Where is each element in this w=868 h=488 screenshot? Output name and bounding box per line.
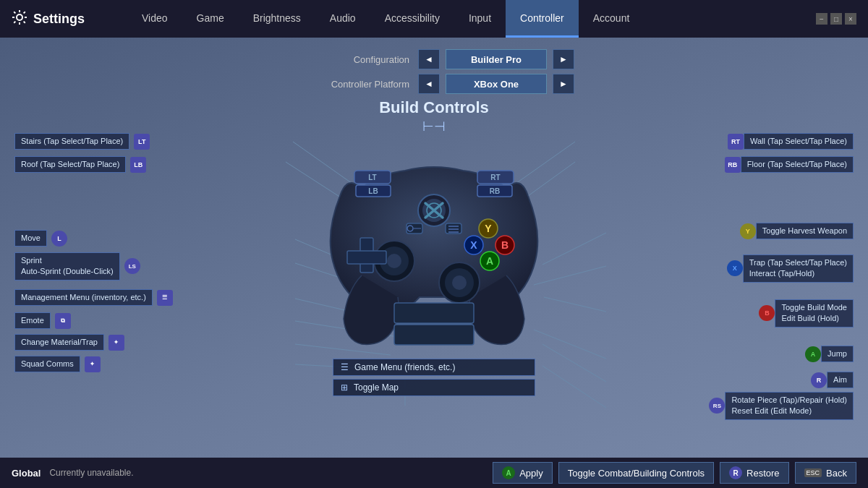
configuration-value: Builder Pro	[446, 49, 547, 69]
toggle-combat-label: Toggle Combat/Building Controls	[568, 468, 705, 479]
toggle-combat-button[interactable]: Toggle Combat/Building Controls	[558, 462, 714, 484]
nav-tabs: Video Game Brightness Audio Accessibilit…	[127, 0, 816, 38]
restore-badge-r: R	[729, 466, 742, 479]
label-rotate: RS Rotate Piece (Tap)/Repair (Hold)Reset…	[705, 392, 854, 420]
buildmode-label: Toggle Build ModeEdit Build (Hold)	[775, 299, 854, 328]
platform-row: Controller Platform ◄ XBox One ►	[14, 74, 854, 94]
minimize-button[interactable]: −	[816, 13, 827, 25]
tab-controller[interactable]: Controller	[506, 0, 579, 38]
svg-text:Y: Y	[485, 223, 492, 234]
game-menu-label: ☰ Game Menu (friends, etc.)	[333, 359, 535, 376]
harvest-label: Toggle Harvest Weapon	[756, 223, 854, 239]
emote-label: Emote	[14, 312, 51, 329]
maximize-button[interactable]: □	[830, 13, 842, 25]
svg-text:A: A	[486, 255, 493, 267]
aim-badge: R	[811, 372, 827, 388]
label-squad: Squad Comms ✦	[14, 356, 101, 372]
toggle-map-icon: ⊞	[341, 382, 348, 393]
header: Settings Video Game Brightness Audio Acc…	[0, 0, 868, 38]
stairs-label: Stairs (Tap Select/Tap Place)	[14, 133, 129, 150]
wall-badge: RT	[728, 134, 744, 150]
label-trap: X Trap (Tap Select/Tap Place)Interact (T…	[723, 254, 854, 283]
build-controls-title: Build Controls ⊢⊣	[379, 98, 489, 134]
label-floor: RB Floor (Tap Select/Tap Place)	[720, 156, 854, 173]
label-aim: R Aim	[807, 372, 854, 388]
footer-buttons: A Apply Toggle Combat/Building Controls …	[493, 462, 856, 484]
trap-label: Trap (Tap Select/Tap Place)Interact (Tap…	[743, 254, 854, 283]
trap-badge: X	[727, 260, 743, 276]
svg-text:RB: RB	[490, 187, 500, 195]
svg-text:LB: LB	[368, 187, 378, 195]
bottom-labels: ☰ Game Menu (friends, etc.) ⊞ Toggle Map	[333, 359, 535, 396]
label-roof: Roof (Tap Select/Tap Place) LB	[14, 156, 146, 173]
harvest-badge: Y	[740, 223, 756, 239]
svg-point-0	[17, 14, 22, 20]
move-badge: L	[51, 231, 67, 247]
controller-image: LT LB RT RB	[304, 131, 564, 348]
app-title: Settings	[12, 9, 98, 29]
label-move: Move L	[14, 230, 67, 247]
emote-badge: ⧉	[55, 313, 71, 329]
buildmode-badge: B	[759, 305, 775, 321]
mgmt-badge: ☰	[157, 290, 173, 306]
squad-label: Squad Comms	[14, 356, 80, 372]
svg-rect-54	[394, 325, 474, 345]
svg-point-35	[452, 275, 467, 290]
footer: Global Currently unavailable. A Apply To…	[0, 458, 868, 488]
move-label: Move	[14, 230, 47, 247]
sprint-badge: LS	[124, 258, 140, 274]
tab-input[interactable]: Input	[454, 0, 506, 38]
tab-brightness[interactable]: Brightness	[239, 0, 315, 38]
jump-badge: A	[805, 346, 821, 362]
platform-next-button[interactable]: ►	[553, 74, 574, 94]
stairs-badge: LT	[134, 134, 150, 150]
configuration-row: Configuration ◄ Builder Pro ►	[14, 49, 854, 69]
platform-value: XBox One	[446, 74, 547, 94]
platform-label: Controller Platform	[294, 79, 409, 90]
jump-label: Jump	[821, 346, 854, 362]
svg-text:B: B	[501, 239, 509, 251]
label-jump: A Jump	[801, 346, 854, 362]
roof-label: Roof (Tap Select/Tap Place)	[14, 156, 126, 173]
back-label: Back	[826, 468, 847, 479]
game-menu-icon: ☰	[341, 362, 349, 372]
apply-badge-a: A	[502, 466, 515, 479]
window-controls: − □ ×	[816, 13, 856, 25]
gear-icon	[12, 9, 27, 29]
svg-rect-53	[394, 303, 474, 323]
back-badge-esc: ESC	[804, 468, 822, 477]
svg-text:X: X	[470, 239, 477, 251]
svg-line-17	[542, 344, 606, 382]
toggle-map-label: ⊞ Toggle Map	[333, 379, 535, 396]
mgmt-label: Management Menu (inventory, etc.)	[14, 289, 153, 306]
squad-badge: ✦	[85, 356, 101, 372]
label-material: Change Material/Trap ✦	[14, 334, 124, 351]
apply-button[interactable]: A Apply	[493, 462, 553, 484]
label-buildmode: B Toggle Build ModeEdit Build (Hold)	[754, 299, 854, 328]
tab-account[interactable]: Account	[579, 0, 644, 38]
aim-label: Aim	[827, 372, 854, 388]
rotate-label: Rotate Piece (Tap)/Repair (Hold)Reset Ed…	[725, 392, 854, 420]
platform-prev-button[interactable]: ◄	[418, 74, 440, 94]
roof-badge: LB	[130, 157, 146, 173]
tab-video[interactable]: Video	[127, 0, 182, 38]
back-button[interactable]: ESC Back	[795, 462, 856, 484]
svg-rect-37	[347, 251, 386, 264]
tab-audio[interactable]: Audio	[315, 0, 370, 38]
label-emote: Emote ⧉	[14, 312, 71, 329]
label-sprint: SprintAuto-Sprint (Double-Click) LS	[14, 252, 140, 281]
tab-accessibility[interactable]: Accessibility	[370, 0, 454, 38]
label-stairs: Stairs (Tap Select/Tap Place) LT	[14, 133, 150, 150]
config-prev-button[interactable]: ◄	[418, 49, 440, 69]
svg-point-32	[387, 254, 401, 268]
restore-button[interactable]: R Restore	[720, 462, 789, 484]
restore-label: Restore	[746, 468, 780, 479]
tab-game[interactable]: Game	[182, 0, 239, 38]
label-wall: RT Wall (Tap Select/Tap Place)	[723, 133, 854, 150]
main-content: Configuration ◄ Builder Pro ► Controller…	[0, 38, 868, 421]
svg-line-18	[542, 366, 606, 408]
close-button[interactable]: ×	[845, 13, 856, 25]
material-badge: ✦	[109, 335, 124, 351]
svg-text:LT: LT	[368, 174, 376, 181]
config-next-button[interactable]: ►	[553, 49, 574, 69]
